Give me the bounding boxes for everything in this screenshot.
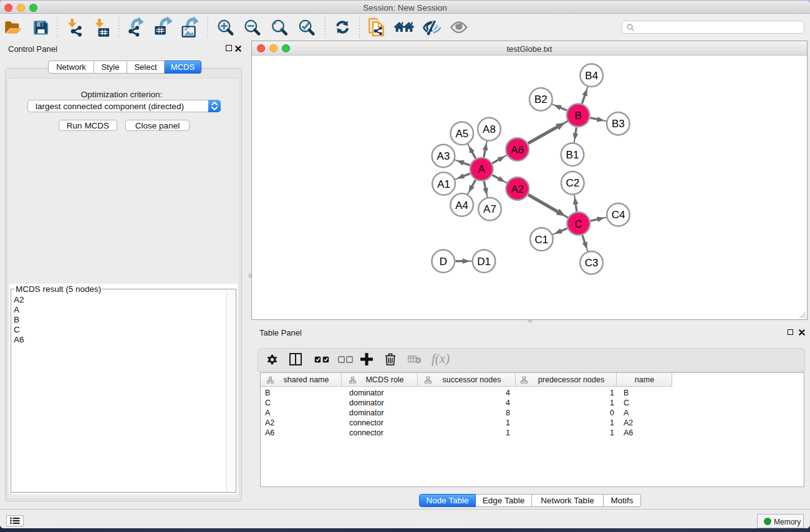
svg-text:B2: B2 — [534, 94, 547, 105]
svg-text:A3: A3 — [437, 150, 450, 162]
svg-text:C3: C3 — [585, 257, 599, 269]
svg-text:A7: A7 — [483, 203, 496, 215]
svg-text:A1: A1 — [437, 178, 450, 190]
svg-text:C2: C2 — [566, 177, 579, 189]
svg-text:A4: A4 — [455, 200, 468, 211]
svg-text:A: A — [478, 163, 486, 175]
svg-text:A8: A8 — [483, 123, 496, 135]
svg-text:A2: A2 — [511, 183, 524, 195]
svg-text:B: B — [575, 110, 582, 122]
svg-text:D1: D1 — [477, 256, 491, 268]
svg-text:D: D — [440, 256, 447, 268]
svg-text:B1: B1 — [566, 149, 579, 161]
svg-text:C1: C1 — [535, 234, 549, 246]
svg-text:A5: A5 — [455, 128, 468, 140]
svg-text:C4: C4 — [612, 209, 625, 221]
svg-text:A6: A6 — [511, 144, 524, 156]
svg-text:B3: B3 — [612, 118, 625, 130]
svg-text:B4: B4 — [585, 70, 598, 82]
svg-text:C: C — [575, 218, 582, 230]
